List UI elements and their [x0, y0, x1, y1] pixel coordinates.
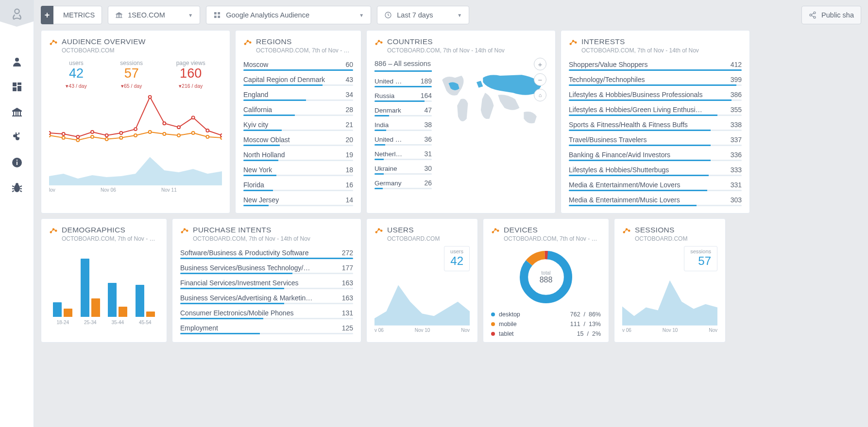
map-zoom-out[interactable]: −: [534, 73, 546, 86]
world-map[interactable]: + − ⌂: [436, 58, 547, 191]
card-interests: INTERESTS OCTOBOARD.COM, 7th of Nov - 14…: [561, 30, 750, 214]
list-item[interactable]: Germany26: [374, 177, 432, 188]
svg-point-54: [177, 126, 180, 129]
card-title: USERS: [387, 226, 414, 234]
device-legend-row: mobile 111 / 13%: [491, 321, 601, 328]
metrics-button[interactable]: + METRICS: [41, 6, 102, 24]
svg-point-50: [119, 131, 122, 134]
list-item[interactable]: Florida16: [243, 178, 353, 190]
card-sessions: SESSIONS OCTOBOARD.COM sessions 57 v 06N…: [614, 218, 726, 343]
list-item[interactable]: Lifestyles & Hobbies/Business Profession…: [569, 88, 742, 99]
svg-point-52: [149, 96, 152, 99]
demographics-chart: [49, 254, 159, 317]
demo-group: [108, 283, 127, 317]
list-item[interactable]: Business Services/Advertising & Marketin…: [180, 291, 353, 303]
ga-icon: [374, 226, 383, 234]
share-label: Public sha: [821, 11, 854, 19]
list-item[interactable]: England34: [243, 88, 353, 99]
list-item[interactable]: Ukraine30: [374, 162, 432, 173]
list-item[interactable]: Kyiv city21: [243, 118, 353, 130]
ga-icon: [49, 226, 58, 234]
list-item[interactable]: Employment125: [180, 321, 353, 333]
chevron-down-icon: ▼: [188, 13, 193, 18]
svg-point-46: [62, 132, 65, 135]
svg-point-35: [91, 135, 94, 138]
svg-rect-5: [13, 87, 17, 91]
list-item[interactable]: United Stat…189: [374, 75, 432, 86]
list-item[interactable]: Sports & Fitness/Health & Fitness Buffs3…: [569, 118, 742, 130]
nav-institution-icon[interactable]: [11, 106, 23, 118]
svg-rect-10: [12, 115, 22, 116]
svg-rect-17: [118, 15, 119, 17]
devices-donut: total888: [491, 248, 601, 306]
list-item[interactable]: Lifestyles & Hobbies/Shutterbugs333: [569, 163, 742, 175]
svg-point-1: [15, 58, 19, 62]
list-item[interactable]: Financial Services/Investment Services16…: [180, 276, 353, 288]
list-item[interactable]: India38: [374, 118, 432, 130]
svg-point-48: [91, 131, 94, 133]
nav-dashboard-icon[interactable]: [11, 81, 23, 93]
card-title: COUNTRIES: [387, 37, 433, 46]
card-title: REGIONS: [256, 37, 292, 46]
list-item[interactable]: Banking & Finance/Avid Investors336: [569, 148, 742, 160]
date-range-selector[interactable]: Last 7 days ▼: [377, 6, 469, 24]
svg-point-26: [814, 12, 816, 14]
nav-plugin-icon[interactable]: [11, 131, 23, 143]
audience-chart: [49, 90, 222, 186]
svg-rect-22: [218, 12, 221, 15]
card-subtitle: OCTOBOARD.COM: [62, 47, 222, 54]
list-item[interactable]: Shoppers/Value Shoppers412: [569, 58, 742, 69]
list-item[interactable]: North Holland19: [243, 148, 353, 160]
svg-point-15: [16, 183, 18, 186]
list-item[interactable]: Netherlands31: [374, 148, 432, 159]
nav-profile-icon[interactable]: [11, 56, 23, 67]
svg-rect-6: [13, 112, 14, 115]
source-selector[interactable]: Google Analytics Audience ▼: [206, 6, 371, 24]
ga-icon: [569, 37, 578, 46]
svg-point-40: [163, 132, 166, 135]
svg-point-47: [76, 135, 79, 138]
range-label: Last 7 days: [397, 11, 433, 19]
svg-point-27: [810, 14, 812, 16]
list-item[interactable]: Media & Entertainment/Movie Lovers331: [569, 178, 742, 190]
list-item[interactable]: Travel/Business Travelers337: [569, 133, 742, 145]
list-item[interactable]: Capital Region of Denmark43: [243, 73, 353, 84]
svg-point-36: [105, 138, 108, 141]
ga-icon: [49, 37, 58, 46]
list-item[interactable]: Moscow Oblast20: [243, 133, 353, 145]
svg-rect-19: [121, 15, 121, 17]
sessions-chart: [622, 273, 717, 326]
list-item[interactable]: Russia164: [374, 89, 432, 100]
list-item[interactable]: Denmark47: [374, 104, 432, 115]
demo-group: [81, 259, 100, 317]
list-item[interactable]: Moscow60: [243, 58, 353, 69]
device-legend-row: tablet 15 / 2%: [491, 330, 601, 337]
map-home[interactable]: ⌂: [534, 89, 546, 101]
nav-bug-icon[interactable]: [11, 182, 23, 194]
svg-rect-7: [16, 112, 17, 115]
list-item[interactable]: Lifestyles & Hobbies/Green Living Enthus…: [569, 103, 742, 115]
list-item[interactable]: California28: [243, 103, 353, 115]
all-sessions-row: 886 – All sessions: [374, 58, 432, 72]
svg-point-38: [134, 134, 137, 137]
list-item[interactable]: Business Services/Business Technology/We…: [180, 261, 353, 273]
list-item[interactable]: Media & Entertainment/Music Lovers303: [569, 193, 742, 205]
list-item[interactable]: United King…36: [374, 133, 432, 144]
card-purchase-intents: PURCHASE INTENTS OCTOBOARD.COM, 7th of N…: [172, 218, 361, 343]
map-zoom-in[interactable]: +: [534, 58, 546, 70]
card-title: DEVICES: [504, 226, 538, 234]
list-item[interactable]: Consumer Electronics/Mobile Phones131: [180, 306, 353, 318]
users-metric: users 42: [444, 246, 470, 271]
nav-info-icon[interactable]: [11, 157, 23, 168]
list-item[interactable]: New Jersey14: [243, 193, 353, 205]
card-title: AUDIENCE OVERVIEW: [62, 37, 146, 46]
svg-rect-3: [17, 82, 21, 85]
share-button[interactable]: Public sha: [801, 6, 861, 24]
site-selector[interactable]: 1SEO.COM ▼: [108, 6, 200, 24]
svg-rect-16: [117, 15, 117, 17]
list-item[interactable]: Software/Business & Productivity Softwar…: [180, 246, 353, 258]
svg-rect-21: [214, 12, 217, 15]
list-item[interactable]: Technology/Technophiles399: [569, 73, 742, 84]
ga-icon: [622, 226, 631, 234]
list-item[interactable]: New York18: [243, 163, 353, 175]
